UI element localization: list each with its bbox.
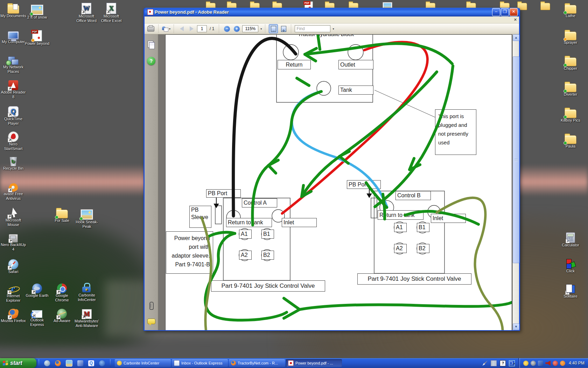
desktop-icon[interactable]: ↗ Outlook Express [24, 308, 50, 327]
globe-icon[interactable] [44, 360, 50, 366]
zoom-level-value[interactable]: 115% [242, 25, 258, 32]
desktop-icon[interactable]: Lathe [557, 2, 584, 18]
title-bar[interactable]: Power beyond.pdf - Adobe Reader – ❐ ✕ [145, 8, 519, 16]
desktop-icon[interactable]: ↗ Microsoft Office Word [73, 2, 100, 23]
desktop-icon[interactable]: Paula [557, 132, 584, 149]
desktop-icon[interactable]: ↗ Mozilla Firefox [0, 308, 27, 323]
vol-icon[interactable] [545, 361, 551, 366]
avred-icon[interactable] [553, 361, 558, 366]
desktop-icon[interactable]: ↗ Google Earth [24, 282, 50, 298]
picture-icon [80, 209, 93, 220]
green-status-dot [564, 141, 567, 145]
page-number-input[interactable]: 1 [197, 25, 207, 32]
desktop-icon[interactable]: ↗ Google Chrome [49, 282, 75, 302]
desktop-icon[interactable]: ↗ Safari [0, 258, 27, 274]
close-button[interactable]: ✕ [510, 8, 518, 16]
desktop-icon-label: Power beyond [24, 41, 50, 46]
comments-bubble-icon[interactable] [147, 318, 155, 326]
ie-icon: ↗ [8, 283, 19, 294]
menu-item[interactable] [168, 20, 173, 20]
fit-width-button[interactable] [279, 25, 288, 33]
previous-page-button[interactable] [177, 25, 186, 33]
desktop-icon[interactable]: Killboy Pics [557, 107, 584, 123]
vertical-scrollbar[interactable]: ▲ ▼ [512, 34, 519, 330]
find-input[interactable] [295, 25, 330, 32]
desktop-icon[interactable]: ↗ Nero StartSmart [0, 130, 27, 151]
taskbar-separator [110, 359, 111, 367]
picture-icon[interactable] [66, 360, 72, 367]
restore-toolbar-icon[interactable]: ❐▾ [509, 360, 515, 366]
next-page-button[interactable] [187, 25, 196, 33]
avorange-icon[interactable] [560, 361, 565, 366]
desktop-icon[interactable]: ↗ Adobe Reader 8 [0, 79, 27, 99]
desktop-icon[interactable]: ↗ QuickTime Player [0, 105, 27, 126]
desktop-icon[interactable]: Hook Sneak-Peak [74, 207, 100, 229]
desktop-icon[interactable]: ↗ Microsoft Office Excel [98, 2, 125, 23]
desktop-icon[interactable]: Click [557, 258, 584, 273]
scroll-down-button[interactable]: ▼ [513, 323, 519, 330]
desktop-icon[interactable]: ↗ Nero BackItUp 4 [0, 232, 27, 252]
media-icon[interactable] [99, 360, 105, 366]
desktop-icon[interactable]: ↗ Ad-Aware [49, 308, 75, 323]
start-button[interactable]: start [0, 358, 36, 368]
zoom-in-button[interactable]: + [232, 25, 241, 33]
desktop-icon-label: Carbonite InfoCenter [74, 293, 100, 302]
pages-panel-icon[interactable] [147, 40, 155, 48]
desktop-icon[interactable]: Recycle Bin [0, 156, 27, 171]
document-area[interactable]: Tractor hydraulic block [158, 34, 512, 330]
email-button[interactable]: ▾ [162, 25, 170, 33]
menu-item[interactable] [151, 20, 156, 20]
dropdown-caret-icon[interactable]: ▾ [260, 27, 262, 30]
how-to-help-icon[interactable]: ? [147, 57, 155, 65]
desktop-icon[interactable]: Power beyond [24, 29, 50, 46]
minimize-button[interactable]: – [492, 8, 500, 16]
find-dropdown-caret-icon[interactable]: ▾ [332, 27, 334, 30]
menubar-close-icon[interactable]: ✕ [514, 18, 517, 22]
desktop-icon[interactable]: My Network Places [0, 55, 27, 74]
desktop-icon[interactable]: ↗ Malwarebytes' Anti-Malware [74, 308, 100, 328]
task-button[interactable]: Power beyond.pdf - ... [286, 359, 342, 367]
quicktime-icon[interactable] [88, 360, 94, 366]
outlook-icon [174, 360, 180, 366]
desktop-icon[interactable]: ↗ Calculator [557, 231, 584, 247]
task-button[interactable]: TractorByNet.com - R... [229, 359, 285, 367]
task-button[interactable]: Inbox - Outlook Express [172, 359, 228, 367]
menu-item[interactable] [179, 20, 184, 20]
desktop-icon[interactable]: ↗ Carbonite InfoCenter [74, 282, 100, 302]
attachments-paperclip-icon[interactable] [147, 301, 155, 310]
maximize-button[interactable]: ❐ [501, 8, 509, 16]
desktop-icon[interactable]: ↗ Solitaire [557, 283, 584, 299]
desktop-icon[interactable]: ↗ Microsoft Mouse [0, 207, 27, 227]
desktop-icon[interactable]: My Documents [0, 2, 27, 18]
tools-icon[interactable] [538, 361, 543, 366]
scrolling-mode-button[interactable] [269, 24, 278, 33]
volalt-icon[interactable] [531, 361, 536, 366]
scroll-up-button[interactable]: ▲ [513, 34, 519, 41]
desktop-icon[interactable]: ↗ avast! Free Antivirus [0, 182, 27, 201]
pen-input-icon[interactable] [482, 361, 488, 366]
lock-icon[interactable] [523, 361, 528, 366]
keyboard-icon[interactable] [491, 360, 497, 366]
menu-item[interactable] [173, 20, 179, 20]
menu-item[interactable] [156, 20, 162, 20]
pdf-icon [32, 30, 42, 41]
scrollbar-thumb[interactable] [513, 56, 519, 263]
desktop-icon[interactable]: ↗ Internet Explorer [0, 282, 27, 303]
print-button[interactable] [147, 25, 155, 33]
menu-item[interactable] [162, 20, 168, 20]
toolbar-separator [158, 25, 159, 33]
desktop-icon[interactable]: Diverter [557, 81, 584, 97]
desktop-icon[interactable] [540, 1, 551, 11]
firefox-icon[interactable] [55, 360, 61, 366]
desktop-icon[interactable]: For Sale [49, 207, 75, 223]
menu-item[interactable] [145, 20, 151, 20]
desktop-icon[interactable]: Chipper [557, 55, 584, 71]
clock[interactable]: 4:40 PM [569, 361, 584, 366]
task-button[interactable]: Carbonite InfoCenter [115, 359, 171, 367]
desktop-icon[interactable]: Sprayer [557, 29, 584, 45]
zoom-out-button[interactable]: − [223, 25, 231, 33]
app-icon[interactable] [77, 360, 83, 366]
help-icon[interactable]: ? [500, 360, 506, 366]
desktop-icon[interactable]: My Computer [0, 29, 27, 44]
desktop-icon[interactable]: 2 ft of snow [24, 2, 50, 20]
